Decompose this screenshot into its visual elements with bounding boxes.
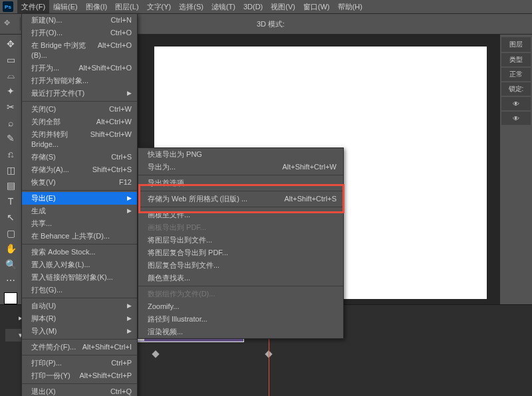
submenu-item[interactable]: 颜色查找表...: [138, 272, 343, 284]
menu-item[interactable]: 恢复(V)F12: [22, 176, 137, 189]
layers-panel: 图层 类型 正常 锁定: 👁 👁: [500, 35, 532, 304]
menu-item[interactable]: 自动(U)▶: [22, 300, 137, 312]
brush-tool[interactable]: ✎: [3, 132, 18, 145]
submenu-item[interactable]: 数据组作为文件(D)...: [138, 288, 343, 300]
menu-item[interactable]: 生成▶: [22, 205, 137, 217]
color-swatch[interactable]: [4, 292, 17, 304]
shape-tool[interactable]: ▢: [3, 227, 18, 240]
app-logo: Ps: [3, 1, 13, 12]
crop-tool[interactable]: ✂: [3, 100, 18, 114]
menu-item[interactable]: 图层(L): [111, 0, 142, 13]
submenu-item[interactable]: 图层复合导出到文件...: [138, 259, 343, 272]
menu-item[interactable]: 关闭全部Alt+Ctrl+W: [22, 116, 137, 128]
menu-item[interactable]: 视图(V): [267, 0, 299, 13]
search-kind[interactable]: 类型: [501, 53, 531, 66]
menu-item[interactable]: 存储为(A)...Shift+Ctrl+S: [22, 163, 137, 176]
lock-row: 锁定:: [501, 82, 531, 96]
type-tool[interactable]: T: [3, 195, 18, 208]
more-tools[interactable]: ⋯: [3, 274, 18, 287]
menu-item[interactable]: 最近打开文件(T)▶: [22, 87, 137, 100]
path-tool[interactable]: ↖: [3, 211, 18, 224]
eraser-tool[interactable]: ◫: [3, 163, 18, 177]
menu-item[interactable]: 打开为智能对象...: [22, 74, 137, 87]
lasso-tool[interactable]: ⌓: [3, 68, 18, 82]
menu-item[interactable]: 共享...: [22, 217, 137, 230]
submenu-item[interactable]: 路径到 Illustrator...: [138, 313, 343, 326]
submenu-item[interactable]: 画板至文件...: [138, 209, 343, 221]
clone-tool[interactable]: ⎌: [3, 148, 18, 161]
file-menu-dropdown: 新建(N)...Ctrl+N打开(O)...Ctrl+O在 Bridge 中浏览…: [21, 13, 138, 396]
menu-item[interactable]: 3D(D): [239, 0, 267, 13]
layers-tab[interactable]: 图层: [501, 37, 531, 52]
menubar: Ps 文件(F)编辑(E)图像(I)图层(L)文字(Y)选择(S)滤镜(T)3D…: [0, 0, 532, 13]
export-submenu: 快速导出为 PNG导出为...Alt+Shift+Ctrl+W导出首选项...存…: [138, 148, 344, 339]
menu-item[interactable]: 图像(I): [82, 0, 111, 13]
hand-tool[interactable]: ✋: [3, 243, 18, 256]
menu-item[interactable]: 存储(S)Ctrl+S: [22, 151, 137, 163]
eyedropper-tool[interactable]: ⌕: [3, 116, 18, 130]
menu-item[interactable]: 打开为...Alt+Shift+Ctrl+O: [22, 62, 137, 74]
menu-item[interactable]: 关闭(C)Ctrl+W: [22, 103, 137, 116]
layer-thumb[interactable]: 👁: [501, 112, 531, 125]
submenu-item[interactable]: 将图层导出到文件...: [138, 234, 343, 247]
toolbox: ✥ ▭ ⌓ ✦ ✂ ⌕ ✎ ⎌ ◫ ▤ T ↖ ▢ ✋ 🔍 ⋯: [0, 35, 21, 304]
menu-item[interactable]: 打印一份(Y)Alt+Shift+Ctrl+P: [22, 369, 137, 382]
menu-item[interactable]: 滤镜(T): [207, 0, 239, 13]
menu-item[interactable]: 文字(Y): [143, 0, 176, 13]
menu-item[interactable]: 文件(F): [17, 0, 49, 13]
menu-item[interactable]: 在 Bridge 中浏览(B)...Alt+Ctrl+O: [22, 39, 137, 62]
menu-item[interactable]: 关闭并转到 Bridge...Shift+Ctrl+W: [22, 128, 137, 151]
submenu-item[interactable]: 快速导出为 PNG: [138, 148, 343, 161]
menu-item[interactable]: 搜索 Adobe Stock...: [22, 246, 137, 258]
zoom-tool[interactable]: 🔍: [3, 258, 18, 271]
menu-item[interactable]: 打印(P)...Ctrl+P: [22, 357, 137, 369]
menu-item[interactable]: 在 Behance 上共享(D)...: [22, 230, 137, 243]
layer-thumb[interactable]: 👁: [501, 97, 531, 110]
move-icon: ✥: [4, 19, 15, 29]
submenu-item[interactable]: 存储为 Web 所用格式 (旧版) ...Alt+Shift+Ctrl+S: [138, 193, 343, 205]
menu-item[interactable]: 退出(X)Ctrl+Q: [22, 385, 137, 396]
menu-item[interactable]: 帮助(H): [334, 0, 366, 13]
submenu-item[interactable]: 渲染视频...: [138, 326, 343, 338]
menu-item[interactable]: 脚本(R)▶: [22, 312, 137, 325]
menu-item[interactable]: 导出(E)▶: [22, 192, 137, 205]
wand-tool[interactable]: ✦: [3, 84, 18, 98]
menu-item[interactable]: 导入(M)▶: [22, 325, 137, 338]
menu-item[interactable]: 置入链接的智能对象(K)...: [22, 271, 137, 284]
menu-item[interactable]: 文件简介(F)...Alt+Shift+Ctrl+I: [22, 341, 137, 353]
3d-mode-label: 3D 模式:: [257, 19, 285, 29]
menu-item[interactable]: 选择(S): [175, 0, 207, 13]
blend-mode[interactable]: 正常: [501, 68, 531, 81]
submenu-item[interactable]: 将图层复合导出到 PDF...: [138, 247, 343, 259]
menu-item[interactable]: 编辑(E): [49, 0, 82, 13]
gradient-tool[interactable]: ▤: [3, 179, 18, 193]
submenu-item[interactable]: 画板导出到 PDF...: [138, 221, 343, 234]
marquee-tool[interactable]: ▭: [3, 53, 18, 66]
menu-item[interactable]: 置入嵌入对象(L)...: [22, 258, 137, 271]
menu-item[interactable]: 新建(N)...Ctrl+N: [22, 14, 137, 27]
menu-item[interactable]: 打开(O)...Ctrl+O: [22, 27, 137, 39]
menu-item[interactable]: 窗口(W): [299, 0, 334, 13]
submenu-item[interactable]: Zoomify...: [138, 300, 343, 313]
submenu-item[interactable]: 导出首选项...: [138, 177, 343, 189]
move-tool[interactable]: ✥: [3, 37, 18, 50]
submenu-item[interactable]: 导出为...Alt+Shift+Ctrl+W: [138, 161, 343, 173]
menu-item[interactable]: 打包(G)...: [22, 284, 137, 296]
